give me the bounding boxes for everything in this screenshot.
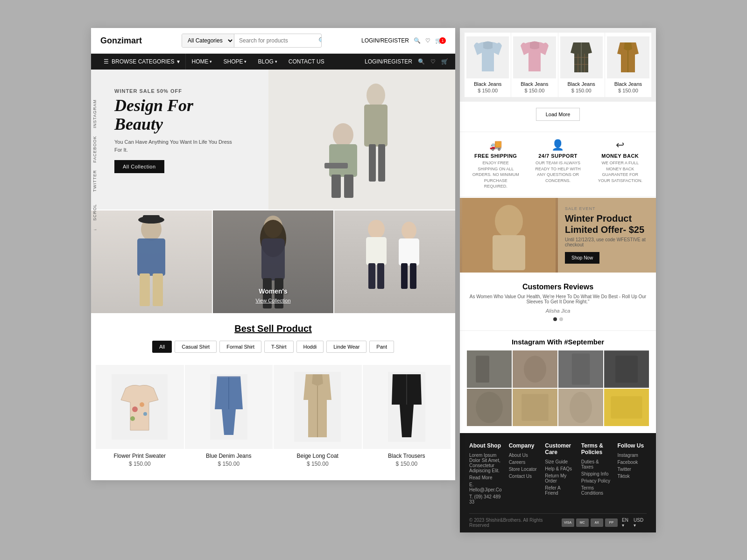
- svg-point-53: [524, 356, 546, 383]
- insta-photo-8[interactable]: [604, 389, 649, 426]
- nav-wishlist-icon[interactable]: ♡: [430, 58, 436, 65]
- footer-contact-us[interactable]: Contact Us: [509, 474, 538, 479]
- category-men[interactable]: [91, 210, 212, 313]
- svg-point-21: [368, 220, 385, 238]
- category-women[interactable]: Women's View Collection: [213, 210, 334, 313]
- filter-linde[interactable]: Linde Wear: [326, 341, 366, 353]
- nav-home[interactable]: HOME: [186, 54, 218, 70]
- nav-blog[interactable]: BLOG: [252, 54, 282, 70]
- filter-pant[interactable]: Pant: [369, 341, 394, 353]
- search-input[interactable]: [234, 35, 314, 47]
- product-item[interactable]: ♡ 🔍 Beige Long Coat $ 150.00: [274, 365, 362, 471]
- filter-tshirt[interactable]: T-Shirt: [264, 341, 293, 353]
- insta-photo-2[interactable]: [513, 350, 557, 388]
- insta-photo-7[interactable]: [558, 389, 603, 426]
- svg-point-5: [333, 123, 353, 147]
- svg-point-25: [402, 222, 416, 239]
- footer-about-us[interactable]: About Us: [509, 453, 538, 458]
- product-details: Beige Long Coat $ 150.00: [274, 449, 362, 471]
- review-dot-2[interactable]: [559, 317, 563, 321]
- category-section: Women's View Collection: [91, 210, 455, 313]
- product-item[interactable]: ♡ 🔍 Blue Denim Jeans $ 150.00: [185, 365, 273, 471]
- support-desc: OUR TEAM IS ALWAYS READY TO HELP WITH AN…: [535, 160, 581, 183]
- nav-contact[interactable]: CONTACT US: [283, 54, 330, 70]
- quickview-btn[interactable]: 🔍: [345, 384, 358, 397]
- svg-rect-18: [261, 238, 285, 280]
- footer-help-faqs[interactable]: Help & FAQs: [545, 466, 574, 471]
- footer-instagram[interactable]: Instagram: [617, 453, 647, 458]
- footer-privacy[interactable]: Privacy Policy: [581, 478, 611, 483]
- footer-store-locator[interactable]: Store Locator: [509, 467, 538, 472]
- women-view-collection[interactable]: View Collection: [255, 298, 290, 303]
- footer-facebook[interactable]: Facebook: [617, 460, 647, 465]
- product-item[interactable]: ♡ 🔍 Flowe: [96, 365, 184, 471]
- footer-shipping-info[interactable]: Shipping Info: [581, 471, 611, 476]
- insta-photo-1[interactable]: [467, 350, 512, 388]
- footer-duties[interactable]: Duties & Taxes: [581, 459, 611, 469]
- social-twitter[interactable]: TWITTER: [91, 166, 99, 196]
- social-facebook[interactable]: FACEBOOK: [91, 132, 99, 167]
- wishlist-btn[interactable]: ♡: [256, 369, 269, 382]
- footer-twitter[interactable]: Twitter: [617, 467, 647, 472]
- svg-point-31: [140, 402, 144, 407]
- site-logo[interactable]: Gonzimart: [100, 36, 142, 46]
- product-item[interactable]: ♡ 🔍 Black Trousers $ 150.00: [363, 365, 451, 471]
- wishlist-btn[interactable]: ♡: [167, 369, 180, 382]
- search-button[interactable]: 🔍: [314, 34, 322, 47]
- promo-shop-button[interactable]: Shop Now: [565, 252, 599, 264]
- insta-photo-5[interactable]: [467, 389, 512, 426]
- top-product-item[interactable]: Black Jeans $ 150.00: [511, 33, 557, 97]
- wishlist-btn[interactable]: ♡: [345, 369, 358, 382]
- top-product-item[interactable]: Black Jeans $ 150.00: [605, 33, 651, 97]
- footer-careers[interactable]: Careers: [509, 460, 538, 465]
- filter-all[interactable]: All: [152, 341, 172, 353]
- quickview-btn[interactable]: 🔍: [256, 384, 269, 397]
- insta-photo-6[interactable]: [513, 389, 557, 426]
- language-selector[interactable]: EN ▾: [622, 518, 632, 528]
- nav-cart-icon[interactable]: 🛒: [441, 58, 448, 65]
- login-link[interactable]: LOGIN/REGISTER: [361, 37, 409, 44]
- insta-photo-3[interactable]: [558, 350, 603, 388]
- quickview-btn[interactable]: 🔍: [434, 384, 447, 397]
- top-product-name: Black Jeans: [513, 81, 556, 87]
- footer-refer[interactable]: Refer A Friend: [545, 485, 574, 496]
- footer-terms-cond[interactable]: Terms Conditions: [581, 485, 611, 496]
- top-product-item[interactable]: Black Jeans $ 150.00: [465, 33, 511, 97]
- filter-hoodie[interactable]: Hoddi: [296, 341, 324, 353]
- top-product-item[interactable]: Black Jeans $ 150.00: [558, 33, 605, 97]
- product-price: $ 150.00: [98, 461, 182, 467]
- browse-categories[interactable]: ☰ BROWSE CATEGORIES ▾: [98, 54, 186, 70]
- svg-rect-28: [410, 263, 416, 289]
- footer-return[interactable]: Return My Order: [545, 473, 574, 483]
- category-kids[interactable]: [334, 210, 455, 313]
- filter-casual[interactable]: Casual Shirt: [175, 341, 217, 353]
- nav-search-icon[interactable]: 🔍: [418, 58, 425, 65]
- feature-moneyback: ↩ MONEY BACK WE OFFER A FULL MONEY BACK …: [589, 139, 651, 189]
- promo-event: SALE EVENT: [565, 206, 649, 211]
- features-section: 🚚 FREE SHIPPING ENJOY FREE SHIPPING ON A…: [460, 132, 656, 197]
- top-product-image: [560, 36, 603, 78]
- category-select[interactable]: All Categories Shirts Pants: [182, 34, 234, 47]
- nav-shope[interactable]: SHOPE: [218, 54, 252, 70]
- copyright-text: © 2023 Shishir&Brothers. All Rights Rese…: [469, 518, 562, 528]
- wishlist-btn[interactable]: ♡: [434, 369, 447, 382]
- insta-photo-4[interactable]: [604, 350, 649, 388]
- wishlist-icon[interactable]: ♡: [425, 37, 430, 44]
- top-product-price: $ 150.00: [513, 88, 556, 93]
- footer-tiktok[interactable]: Tiktok: [617, 474, 647, 479]
- nav-login[interactable]: LOGIN/REGISTER: [365, 58, 412, 65]
- filter-formal[interactable]: Formal Shirt: [219, 341, 261, 353]
- svg-rect-13: [153, 273, 163, 306]
- hero-cta-button[interactable]: All Collection: [114, 160, 164, 173]
- cart-icon[interactable]: 🛒1: [435, 37, 446, 44]
- social-instagram[interactable]: INSTAGRAM: [91, 96, 99, 132]
- search-icon[interactable]: 🔍: [414, 37, 421, 44]
- load-more-button[interactable]: Load More: [536, 108, 580, 121]
- footer-read-more[interactable]: Read More: [469, 475, 502, 480]
- nav-right: LOGIN/REGISTER 🔍 ♡ 🛒: [365, 58, 448, 65]
- footer-size-guide[interactable]: Size Guide: [545, 459, 574, 464]
- scroll-arrow: ↓: [91, 224, 99, 235]
- review-dot-1[interactable]: [553, 317, 557, 321]
- quickview-btn[interactable]: 🔍: [167, 384, 180, 397]
- currency-selector[interactable]: USD ▾: [634, 518, 647, 528]
